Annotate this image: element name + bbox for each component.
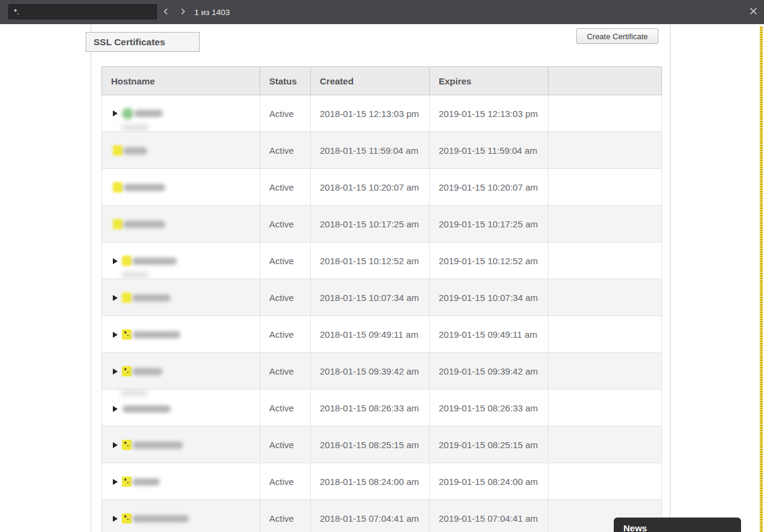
expand-arrow-icon[interactable] xyxy=(113,479,118,485)
redacted-hostname xyxy=(132,478,160,486)
hostname-cell xyxy=(102,242,260,279)
status-cell: Active xyxy=(260,390,311,426)
find-previous-button[interactable] xyxy=(158,4,174,20)
redacted-hostname xyxy=(123,405,171,413)
expand-arrow-icon[interactable] xyxy=(113,516,118,522)
search-highlight-blur xyxy=(122,256,132,266)
hostname-cell: *. xyxy=(102,353,260,390)
search-highlight-blur: *. xyxy=(122,366,132,376)
created-cell: 2018-01-15 10:17:25 am xyxy=(311,206,430,242)
actions-cell xyxy=(549,132,662,169)
table-row: Active2018-01-15 11:59:04 am2019-01-15 1… xyxy=(102,132,662,169)
expand-arrow-icon[interactable] xyxy=(113,369,118,375)
status-cell: Active xyxy=(260,463,311,500)
redacted-hostname xyxy=(132,442,183,449)
expires-cell: 2019-01-15 11:59:04 am xyxy=(430,132,549,169)
table-row: *.Active2018-01-15 08:24:00 am2019-01-15… xyxy=(102,463,662,500)
hostname-cell: *. xyxy=(102,426,260,463)
expand-arrow-icon[interactable] xyxy=(113,110,118,116)
expires-cell: 2019-01-15 12:13:03 pm xyxy=(430,95,549,132)
page-title: SSL Certificates xyxy=(86,32,200,52)
table-row: Active2018-01-15 10:12:52 am2019-01-15 1… xyxy=(102,242,662,279)
favicon-blur xyxy=(122,108,133,119)
table-row: Active2018-01-15 10:20:07 am2019-01-15 1… xyxy=(102,169,662,206)
search-highlight-blur xyxy=(113,145,123,156)
column-header-hostname: Hostname xyxy=(102,67,260,95)
hostname-cell: *. xyxy=(102,463,260,500)
redacted-hostname xyxy=(123,221,165,228)
actions-cell xyxy=(549,426,662,463)
find-toolbar: 1 из 1403 xyxy=(0,0,764,24)
status-cell: Active xyxy=(260,426,311,463)
expand-arrow-icon[interactable] xyxy=(113,442,118,448)
hostname-cell xyxy=(102,169,260,206)
hostname-cell: *. xyxy=(102,500,260,532)
actions-cell xyxy=(549,353,662,390)
expires-cell: 2019-01-15 10:12:52 am xyxy=(430,242,549,279)
search-highlight-blur xyxy=(113,182,123,192)
created-cell: 2018-01-15 10:07:34 am xyxy=(311,279,430,316)
redacted-hostname xyxy=(132,368,162,375)
chevron-left-icon xyxy=(162,7,170,17)
expand-arrow-icon[interactable] xyxy=(113,406,118,412)
table-row: Active2018-01-15 12:13:03 pm2019-01-15 1… xyxy=(102,95,662,132)
scrollbar-match-ticks[interactable] xyxy=(760,27,763,532)
expires-cell: 2019-01-15 09:49:11 am xyxy=(430,316,549,353)
actions-cell xyxy=(549,390,662,426)
actions-cell xyxy=(549,463,662,500)
created-cell: 2018-01-15 09:49:11 am xyxy=(311,316,430,353)
created-cell: 2018-01-15 08:26:33 am xyxy=(311,390,430,426)
table-header-row: HostnameStatusCreatedExpires xyxy=(102,67,662,95)
hostname-cell xyxy=(102,390,260,426)
find-next-button[interactable] xyxy=(175,4,191,20)
created-cell: 2018-01-15 08:24:00 am xyxy=(311,463,430,500)
redacted-hostname xyxy=(123,147,147,154)
redacted-hostname xyxy=(132,515,189,522)
created-cell: 2018-01-15 09:39:42 am xyxy=(311,353,430,390)
redaction-ghost xyxy=(120,390,148,396)
table-row: Active2018-01-15 08:26:33 am2019-01-15 0… xyxy=(102,390,662,426)
column-header-status: Status xyxy=(260,67,311,95)
actions-cell xyxy=(549,316,662,353)
redaction-ghost xyxy=(121,272,149,277)
expires-cell: 2019-01-15 08:26:33 am xyxy=(430,390,549,426)
created-cell: 2018-01-15 10:20:07 am xyxy=(311,169,430,206)
actions-cell xyxy=(549,169,662,206)
expires-cell: 2019-01-15 08:25:15 am xyxy=(430,426,549,463)
search-highlight-blur: *. xyxy=(122,477,132,487)
chevron-right-icon xyxy=(179,7,187,17)
column-header-created: Created xyxy=(311,67,430,95)
status-cell: Active xyxy=(260,169,311,206)
redacted-hostname xyxy=(132,331,180,338)
table-row: *.Active2018-01-15 09:39:42 am2019-01-15… xyxy=(102,353,662,390)
search-highlight-blur: *. xyxy=(122,513,132,524)
expires-cell: 2019-01-15 08:24:00 am xyxy=(430,463,549,500)
news-panel[interactable]: News xyxy=(614,518,741,532)
actions-cell xyxy=(549,206,662,242)
table-body: Active2018-01-15 12:13:03 pm2019-01-15 1… xyxy=(102,95,662,532)
status-cell: Active xyxy=(260,132,311,169)
created-cell: 2018-01-15 10:12:52 am xyxy=(311,242,430,279)
news-panel-title: News xyxy=(623,523,647,532)
certificates-table: HostnameStatusCreatedExpires Active2018-… xyxy=(101,66,662,532)
expand-arrow-icon[interactable] xyxy=(113,295,118,301)
table-row: *.Active2018-01-15 08:25:15 am2019-01-15… xyxy=(102,426,662,463)
table-row: *.Active2018-01-15 09:49:11 am2019-01-15… xyxy=(102,316,662,353)
find-close-button[interactable] xyxy=(745,4,761,20)
content-right-border xyxy=(670,24,670,532)
table-row: *.Active2018-01-15 07:04:41 am2019-01-15… xyxy=(102,500,662,532)
status-cell: Active xyxy=(260,206,311,242)
table-row: Active2018-01-15 10:17:25 am2019-01-15 1… xyxy=(102,206,662,242)
page-title-label: SSL Certificates xyxy=(94,37,165,48)
column-header-expires: Expires xyxy=(430,67,549,95)
create-certificate-button[interactable]: Create Certificate xyxy=(576,28,658,44)
expand-arrow-icon[interactable] xyxy=(113,332,118,338)
redaction-ghost xyxy=(121,125,149,130)
hostname-cell xyxy=(102,206,260,242)
expand-arrow-icon[interactable] xyxy=(113,258,118,264)
find-input[interactable] xyxy=(8,4,157,19)
status-cell: Active xyxy=(260,95,311,132)
search-highlight-blur xyxy=(122,293,132,303)
actions-cell xyxy=(549,95,662,132)
find-match-count: 1 из 1403 xyxy=(194,0,230,24)
